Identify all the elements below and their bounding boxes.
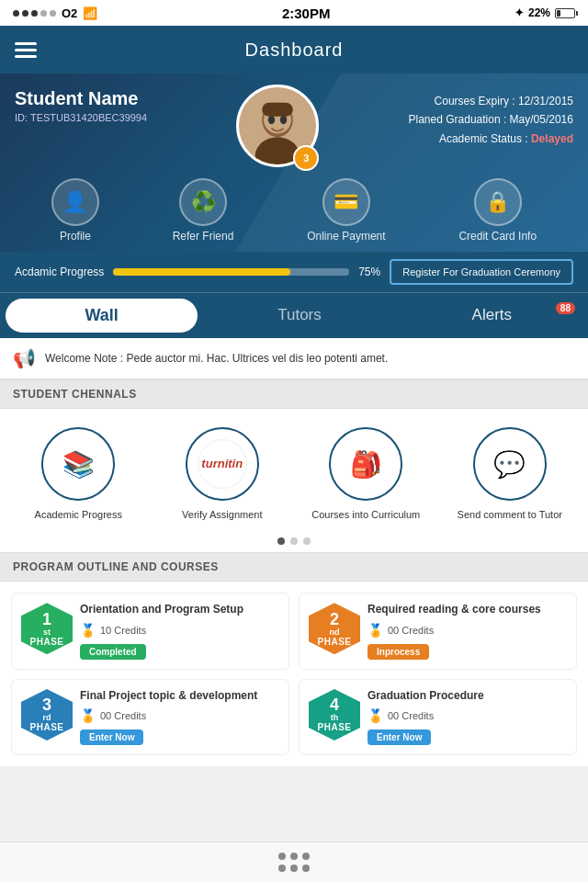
- student-name: Student Name: [15, 88, 147, 109]
- phase-4-title: Graduation Procedure: [368, 689, 567, 704]
- dot-3: [303, 537, 311, 545]
- phase-4-status[interactable]: Enter Now: [368, 729, 431, 745]
- phase-4-badge: 4th PHASE: [309, 689, 360, 741]
- refer-icon: ♻️: [179, 178, 227, 226]
- phase-1-credits: 🏅 10 Credits: [80, 623, 279, 638]
- phase-card-2[interactable]: 2nd PHASE Required reading & core course…: [299, 593, 577, 670]
- profile-info: Student Name ID: TESTUB31420BEC39994: [15, 88, 147, 123]
- phase-3-credits: 🏅 00 Credits: [80, 708, 279, 723]
- profile-section: Student Name ID: TESTUB31420BEC39994 3: [0, 74, 588, 252]
- bottom-dot-2: [290, 853, 298, 860]
- turnitin-logo: turnitin: [198, 439, 247, 489]
- status-bar: O2 📶 2:30PM ✦ 22%: [0, 0, 588, 26]
- backpack-icon-circle: 🎒: [329, 427, 402, 501]
- phase-2-status[interactable]: Inprocess: [368, 644, 429, 660]
- avatar-container: 3: [236, 85, 319, 167]
- phase-1-info: Orientation and Program Setup 🏅 10 Credi…: [80, 603, 279, 660]
- hamburger-menu[interactable]: [15, 42, 37, 58]
- phase-3-title: Final Project topic & development: [80, 689, 279, 704]
- academic-progress-icon-circle: 📚: [41, 427, 115, 501]
- bottom-dot-1: [278, 853, 286, 860]
- backpack-icon: 🎒: [350, 449, 382, 480]
- carrier-label: O2: [62, 6, 77, 20]
- bottom-dot-3: [302, 853, 310, 860]
- dot-2: [290, 537, 298, 545]
- nav-profile[interactable]: 👤 Profile: [51, 178, 99, 243]
- megaphone-icon: 📢: [13, 347, 36, 369]
- channel-comment-label: Send comment to Tutor: [458, 508, 562, 521]
- phase-1-title: Orientation and Program Setup: [80, 603, 279, 617]
- phase-3-credits-text: 00 Credits: [100, 710, 146, 721]
- battery-icon: [555, 8, 575, 18]
- progress-bar-fill: [113, 268, 290, 276]
- svg-rect-6: [263, 103, 294, 117]
- battery-pct: 22%: [528, 6, 550, 19]
- channel-send-comment[interactable]: 💬 Send comment to Tutor: [441, 427, 580, 521]
- phase-2-num: 2: [330, 611, 339, 628]
- tab-wall[interactable]: Wall: [6, 299, 198, 333]
- phase-1-status[interactable]: Completed: [80, 644, 146, 660]
- status-right: ✦ 22%: [514, 6, 575, 19]
- channel-verify-assignment[interactable]: turnitin Verify Assignment: [153, 427, 292, 521]
- phase-card-1[interactable]: 1st PHASE Orientation and Program Setup …: [11, 593, 289, 670]
- phase-card-3[interactable]: 3rd PHASE Final Project topic & developm…: [11, 679, 289, 756]
- phase-4-num: 4: [330, 696, 339, 713]
- phase-2-badge: 2nd PHASE: [309, 603, 360, 654]
- signal-dots: [13, 10, 56, 17]
- bottom-dot-5: [290, 865, 298, 872]
- phase-1-badge: 1st PHASE: [21, 603, 73, 654]
- channels-grid: 📚 Academic Progress turnitin Verify Assi…: [0, 409, 588, 530]
- bottom-nav-dots: [278, 853, 310, 872]
- wifi-icon: 📶: [83, 6, 97, 20]
- phase-3-badge: 3rd PHASE: [21, 689, 73, 741]
- comment-icon-circle: 💬: [473, 427, 547, 501]
- svg-point-4: [268, 116, 275, 124]
- phase-card-4[interactable]: 4th PHASE Graduation Procedure 🏅 00 Cred…: [299, 679, 577, 756]
- phase-2-title: Required reading & core courses: [368, 603, 567, 617]
- chat-icon: 💬: [493, 449, 526, 480]
- channel-academic-label: Academic Progress: [35, 508, 122, 521]
- progress-section: Acdamic Progress 75% Register For Gradua…: [0, 252, 588, 292]
- welcome-text: Welcome Note : Pede auctor mi. Hac. Ultr…: [45, 352, 388, 365]
- bluetooth-icon: ✦: [514, 6, 524, 19]
- phase-2-credits: 🏅 00 Credits: [368, 623, 567, 638]
- channel-curriculum-label: Courses into Curriculum: [311, 508, 420, 521]
- tab-tutors[interactable]: Tutors: [203, 293, 395, 338]
- dot-1: [277, 537, 285, 545]
- nav-refer-label: Refer Friend: [173, 230, 234, 243]
- phase-4-credits: 🏅 00 Credits: [368, 708, 567, 723]
- tab-alerts[interactable]: Alerts 88: [396, 293, 588, 338]
- battery-fill: [557, 10, 560, 17]
- books-icon: 📚: [62, 449, 95, 480]
- phase-3-status[interactable]: Enter Now: [80, 729, 143, 745]
- bottom-nav: [0, 842, 588, 882]
- phase-3-info: Final Project topic & development 🏅 00 C…: [80, 689, 279, 746]
- phase-4-info: Graduation Procedure 🏅 00 Credits Enter …: [368, 689, 567, 746]
- phase-2-info: Required reading & core courses 🏅 00 Cre…: [368, 603, 567, 660]
- medal-icon-4: 🏅: [368, 708, 383, 723]
- header: Dashboard: [0, 26, 588, 74]
- profile-icon: 👤: [51, 178, 99, 226]
- graduation-button[interactable]: Register For Graduation Ceremony: [390, 259, 573, 285]
- channel-verify-label: Verify Assignment: [182, 508, 262, 521]
- notification-badge: 3: [293, 145, 319, 171]
- svg-point-5: [280, 116, 287, 124]
- phase-2-credits-text: 00 Credits: [388, 625, 434, 636]
- channel-courses-curriculum[interactable]: 🎒 Courses into Curriculum: [297, 427, 435, 521]
- channel-academic-progress[interactable]: 📚 Academic Progress: [9, 427, 148, 521]
- medal-icon-3: 🏅: [80, 708, 96, 723]
- nav-refer[interactable]: ♻️ Refer Friend: [173, 178, 234, 243]
- progress-label: Acdamic Progress: [15, 266, 104, 278]
- medal-icon-2: 🏅: [368, 623, 383, 638]
- student-channels-header: STUDENT CHENNALS: [0, 379, 588, 409]
- turnitin-icon-circle: turnitin: [186, 427, 259, 501]
- bottom-dot-6: [302, 865, 310, 872]
- status-left: O2 📶: [13, 6, 97, 20]
- phase-1-num: 1: [42, 611, 51, 628]
- bottom-dot-4: [278, 865, 286, 872]
- tabs-row: Wall Tutors Alerts 88: [0, 292, 588, 338]
- phases-grid: 1st PHASE Orientation and Program Setup …: [0, 582, 588, 766]
- program-outline-header: PROGRAM OUTLINE AND COURSES: [0, 552, 588, 582]
- progress-percentage: 75%: [358, 266, 380, 278]
- alerts-badge: 88: [556, 302, 575, 314]
